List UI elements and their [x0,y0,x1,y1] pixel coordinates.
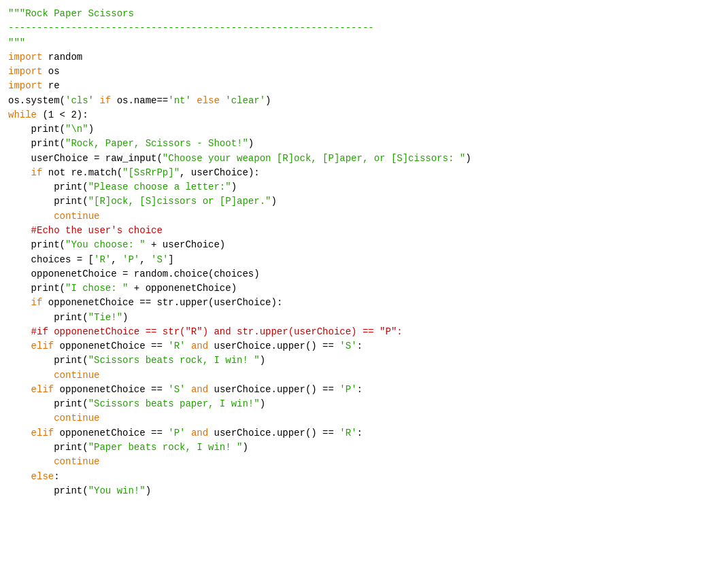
code-segment: print( [8,355,88,366]
code-segment: print( [8,196,88,207]
code-line: else: [8,470,694,484]
code-line: while (1 < 2): [8,108,694,122]
code-line: print("You choose: " + userChoice) [8,238,694,252]
code-segment [8,225,31,236]
code-segment: while [8,109,37,120]
code-segment: else [31,471,54,482]
code-line: print("Paper beats rock, I win! ") [8,440,694,455]
code-line: continue [8,368,694,383]
code-segment: : [54,471,59,482]
code-segment: ) [260,355,265,366]
code-segment: ) [231,181,237,192]
code-segment: continue [54,456,99,467]
code-segment [8,456,54,467]
code-line: import re [8,79,694,93]
code-segment: userChoice.upper() == [208,428,339,438]
code-segment: continue [54,413,99,423]
code-line: if not re.match("[SsRrPp]", userChoice): [8,166,694,180]
code-line: elif opponenetChoice == 'R' and userChoi… [8,339,694,353]
code-segment: elif [31,384,54,395]
code-segment: elif [31,341,54,351]
code-segment: ) [265,95,271,106]
code-line: print("Scissors beats rock, I win! ") [8,353,694,368]
code-segment: : [357,428,363,438]
code-segment: not re.match( [42,167,122,178]
code-segment: "[R]ock, [S]cissors or [P]aper." [88,196,271,207]
code-editor: """Rock Paper Scissors------------------… [8,7,694,498]
code-segment: "Rock, Paper, Scissors - Shoot!" [65,138,248,149]
code-segment: print( [8,398,88,409]
code-line: #if opponenetChoice == str("R") and str.… [8,325,694,339]
code-segment: print( [8,181,88,192]
code-segment: 'nt' [168,95,191,106]
code-segment: print( [8,124,65,135]
code-segment [8,471,31,482]
code-segment [8,413,54,423]
code-segment: and [191,341,208,351]
code-segment: userChoice.upper() == [208,341,339,351]
code-segment: print( [8,239,65,250]
code-segment: ) [465,153,471,164]
code-segment: #if opponenetChoice == str("R") and str.… [31,326,403,337]
code-segment: ----------------------------------------… [8,22,374,33]
code-line: print("[R]ock, [S]cissors or [P]aper.") [8,194,694,209]
code-segment [8,384,31,395]
code-segment: opponenetChoice == [54,428,168,438]
code-segment: 'S' [168,384,185,395]
code-line: print("I chose: " + opponenetChoice) [8,281,694,296]
code-segment: elif [31,428,54,438]
code-line: userChoice = raw_input("Choose your weap… [8,152,694,166]
code-line: print("Rock, Paper, Scissors - Shoot!") [8,137,694,151]
code-segment: "You choose: " [65,239,146,250]
code-segment: print( [8,138,65,149]
code-segment: + opponenetChoice) [128,283,237,294]
code-segment: import [8,66,42,77]
code-segment: opponenetChoice == str.upper(userChoice)… [42,297,282,308]
code-segment [185,341,190,351]
code-segment: opponenetChoice == [54,341,168,351]
code-segment: and [191,384,208,395]
code-segment: 'clear' [225,95,265,106]
code-segment [8,211,54,222]
code-line: os.system('cls' if os.name=='nt' else 'c… [8,94,694,108]
code-line: continue [8,455,694,469]
code-segment: ) [242,442,248,453]
code-segment [8,370,54,381]
code-segment: + userChoice) [146,239,226,250]
code-segment: print( [8,485,88,496]
code-segment: "Scissors beats paper, I win!" [88,398,260,409]
code-segment: 'R' [339,428,356,438]
code-segment [8,297,31,308]
code-segment: 'S' [339,341,356,351]
code-segment: userChoice = raw_input( [8,153,163,164]
code-segment: print( [8,312,88,323]
code-segment: opponenetChoice = random.choice(choices) [8,269,260,279]
code-segment: 'R' [94,254,111,265]
code-segment: , userChoice): [180,167,260,178]
code-line: print("Please choose a letter:") [8,180,694,194]
code-segment: 'R' [168,341,185,351]
code-segment: import [8,80,42,91]
code-line: """ [8,36,694,50]
code-segment: continue [54,370,99,381]
code-segment: "Choose your weapon [R]ock, [P]aper, or … [163,153,465,164]
code-segment: """Rock Paper Scissors [8,8,134,19]
code-line: choices = ['R', 'P', 'S'] [8,253,694,267]
code-segment: 'cls' [65,95,94,106]
code-line: elif opponenetChoice == 'P' and userChoi… [8,426,694,440]
code-segment [8,167,31,178]
code-segment: "You win!" [88,485,146,496]
code-segment: "[SsRrPp]" [122,167,180,178]
code-segment: else [197,95,220,106]
code-segment: ) [88,124,94,135]
code-segment [185,384,190,395]
code-segment: if [31,297,43,308]
code-segment: "Scissors beats rock, I win! " [88,355,260,366]
code-segment: continue [54,211,99,222]
code-line: opponenetChoice = random.choice(choices) [8,267,694,281]
code-segment: "Please choose a letter:" [88,181,231,192]
code-segment [185,428,190,438]
code-segment: choices = [ [8,254,94,265]
code-segment [8,428,31,438]
code-segment: 'S' [151,254,168,265]
